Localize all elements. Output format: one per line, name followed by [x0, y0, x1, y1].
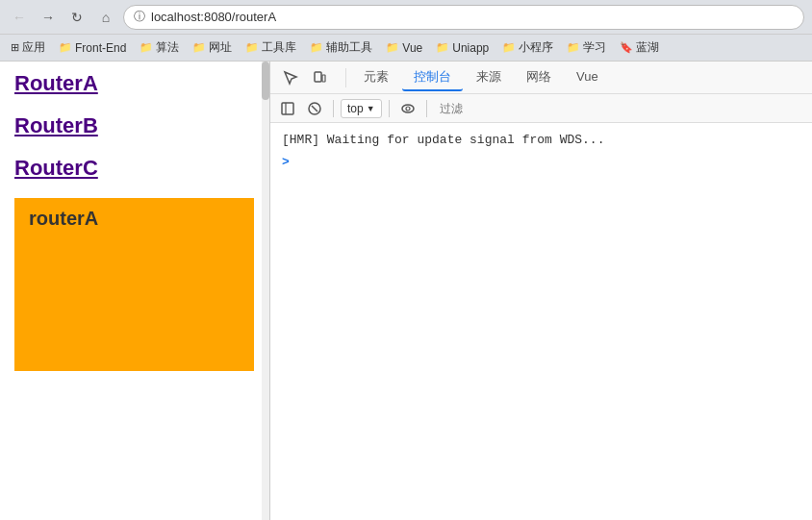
- bookmark-algorithm[interactable]: 📁 算法: [135, 37, 184, 58]
- inspect-icon-btn[interactable]: [278, 65, 303, 90]
- device-toggle-btn[interactable]: [307, 65, 332, 90]
- bookmark-vue[interactable]: 📁 Vue: [381, 39, 427, 57]
- tab-console-label: 控制台: [414, 69, 451, 84]
- console-output: [HMR] Waiting for update signal from WDS…: [270, 123, 812, 520]
- folder-icon-4: 📁: [245, 41, 259, 54]
- prompt-symbol: >: [282, 155, 290, 169]
- filter-input[interactable]: [434, 100, 806, 117]
- bookmark-lanhu-label: 蓝湖: [636, 39, 659, 56]
- top-value: top: [347, 102, 364, 115]
- svg-point-7: [406, 107, 410, 111]
- tab-separator: [345, 68, 346, 87]
- toolbar-sep-1: [333, 100, 334, 117]
- bookmark-url-label: 网址: [209, 39, 232, 56]
- devtools-toolbar: top ▼: [270, 94, 812, 123]
- tab-sources[interactable]: 来源: [465, 64, 513, 91]
- svg-line-5: [312, 106, 317, 111]
- bookmark-helper-label: 辅助工具: [326, 39, 372, 56]
- toolbar-sep-3: [426, 100, 427, 117]
- address-bar[interactable]: ⓘ localhost:8080/routerA: [123, 5, 804, 30]
- context-selector[interactable]: top ▼: [341, 99, 382, 118]
- router-link-b[interactable]: RouterB: [14, 113, 254, 138]
- tab-network-label: 网络: [526, 69, 551, 84]
- devtools-panel: 元素 控制台 来源 网络 Vue: [269, 62, 812, 520]
- bookmark-helper[interactable]: 📁 辅助工具: [305, 37, 377, 58]
- svg-rect-1: [322, 75, 325, 82]
- bookmark-algorithm-label: 算法: [156, 39, 179, 56]
- folder-icon-2: 📁: [140, 41, 153, 54]
- tab-vue-label: Vue: [576, 69, 598, 84]
- bookmark-uniapp-label: Uniapp: [452, 41, 489, 55]
- bookmark-vue-label: Vue: [402, 41, 422, 55]
- folder-icon-1: 📁: [59, 41, 72, 54]
- console-line-1-text: [HMR] Waiting for update signal from WDS…: [282, 133, 604, 147]
- eye-icon-btn[interactable]: [396, 97, 419, 120]
- bookmark-lanhu[interactable]: 🔖 蓝湖: [615, 37, 664, 58]
- tab-console[interactable]: 控制台: [402, 64, 463, 91]
- bookmark-icon-10: 🔖: [620, 41, 633, 54]
- bookmark-study-label: 学习: [583, 39, 606, 56]
- dropdown-arrow-icon: ▼: [367, 104, 375, 113]
- console-prompt[interactable]: >: [282, 153, 800, 171]
- forward-button[interactable]: →: [37, 6, 60, 29]
- tab-sources-label: 来源: [476, 69, 501, 84]
- tab-network[interactable]: 网络: [515, 64, 563, 91]
- folder-icon-6: 📁: [386, 41, 399, 54]
- bookmarks-bar: ⊞ 应用 📁 Front-End 📁 算法 📁 网址 📁 工具库 📁 辅助工具 …: [0, 35, 812, 62]
- tab-vue[interactable]: Vue: [565, 65, 610, 89]
- devtools-tabs: 元素 控制台 来源 网络 Vue: [270, 62, 812, 94]
- left-panel-wrapper: RouterA RouterB RouterC routerA: [0, 62, 269, 520]
- bookmark-uniapp[interactable]: 📁 Uniapp: [431, 39, 494, 57]
- bookmark-frontend[interactable]: 📁 Front-End: [54, 39, 131, 57]
- home-button[interactable]: ⌂: [94, 6, 117, 29]
- bookmark-apps-label: 应用: [22, 39, 45, 56]
- lock-icon: ⓘ: [134, 9, 145, 25]
- reload-button[interactable]: ↻: [65, 6, 89, 29]
- bookmark-frontend-label: Front-End: [75, 41, 126, 55]
- router-link-c[interactable]: RouterC: [14, 156, 254, 181]
- bookmark-miniapp-label: 小程序: [519, 39, 553, 56]
- bookmark-url[interactable]: 📁 网址: [188, 37, 237, 58]
- scrollbar-thumb[interactable]: [262, 62, 269, 100]
- bookmark-tools[interactable]: 📁 工具库: [241, 37, 301, 58]
- left-panel: RouterA RouterB RouterC routerA: [0, 62, 269, 381]
- folder-icon-8: 📁: [502, 41, 516, 54]
- scrollbar-track[interactable]: [262, 62, 269, 520]
- folder-icon-3: 📁: [192, 41, 206, 54]
- apps-icon: ⊞: [11, 41, 19, 54]
- bookmark-tools-label: 工具库: [262, 39, 296, 56]
- tab-elements[interactable]: 元素: [352, 64, 400, 91]
- bookmark-miniapp[interactable]: 📁 小程序: [497, 37, 558, 58]
- folder-icon-9: 📁: [567, 41, 580, 54]
- clear-console-btn[interactable]: [303, 97, 326, 120]
- folder-icon-5: 📁: [310, 41, 323, 54]
- back-button[interactable]: ←: [8, 6, 31, 29]
- sidebar-toggle-btn[interactable]: [276, 97, 299, 120]
- svg-rect-0: [315, 72, 321, 82]
- browser-chrome: ← → ↻ ⌂ ⓘ localhost:8080/routerA: [0, 0, 812, 35]
- devtools-icon-buttons: [278, 65, 332, 90]
- bookmark-study[interactable]: 📁 学习: [562, 37, 611, 58]
- toolbar-sep-2: [389, 100, 390, 117]
- svg-rect-2: [282, 103, 293, 114]
- bookmark-apps[interactable]: ⊞ 应用: [6, 37, 50, 58]
- console-line-1: [HMR] Waiting for update signal from WDS…: [282, 131, 800, 149]
- svg-point-6: [402, 105, 414, 112]
- tab-elements-label: 元素: [364, 69, 389, 84]
- url-text: localhost:8080/routerA: [151, 10, 276, 24]
- main-content: RouterA RouterB RouterC routerA: [0, 62, 812, 520]
- router-link-a[interactable]: RouterA: [14, 71, 254, 96]
- current-route-label: routerA: [29, 208, 98, 230]
- folder-icon-7: 📁: [436, 41, 449, 54]
- router-display: routerA: [14, 198, 254, 371]
